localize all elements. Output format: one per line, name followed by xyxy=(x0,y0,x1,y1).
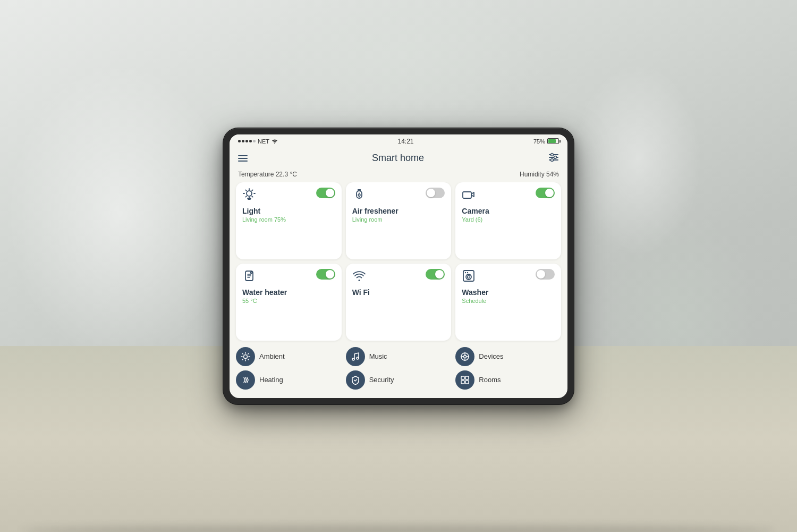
device-grid: Light Living room 75% xyxy=(236,182,561,341)
svg-point-4 xyxy=(554,156,556,158)
rooms-label: Rooms xyxy=(479,376,501,384)
heating-icon-circle xyxy=(236,370,255,390)
status-time: 14:21 xyxy=(397,138,413,145)
wifi-toggle[interactable] xyxy=(426,269,445,280)
security-icon-circle xyxy=(346,370,365,390)
svg-rect-25 xyxy=(465,381,469,384)
menu-line-2 xyxy=(238,158,248,159)
heating-label: Heating xyxy=(259,376,283,384)
air-freshener-toggle[interactable] xyxy=(426,188,445,198)
humidity-label: Humidity 54% xyxy=(520,171,559,178)
device-card-air-freshener[interactable]: Air freshener Living room xyxy=(346,182,452,259)
scene: NET 14:21 75% xyxy=(0,0,797,532)
svg-point-14 xyxy=(468,275,470,278)
card-top-air xyxy=(352,188,445,204)
devices-icon-circle xyxy=(455,347,474,366)
nav-item-music[interactable]: Music xyxy=(346,347,452,366)
status-right: 75% xyxy=(533,138,559,145)
app-content: Light Living room 75% xyxy=(230,182,567,398)
wifi-icon xyxy=(352,269,366,285)
washer-icon xyxy=(462,269,476,285)
svg-point-17 xyxy=(244,354,248,358)
light-sub: Living room 75% xyxy=(242,216,335,223)
app-header: Smart home xyxy=(230,148,567,168)
camera-toggle[interactable] xyxy=(536,188,555,198)
water-heater-toggle-knob xyxy=(326,270,334,278)
light-name: Light xyxy=(242,207,335,215)
battery-pct-label: 75% xyxy=(533,138,545,145)
svg-point-15 xyxy=(465,272,466,273)
battery-fill xyxy=(548,139,556,143)
rooms-icon-circle xyxy=(455,370,474,390)
network-label: NET xyxy=(258,138,269,145)
status-bar: NET 14:21 75% xyxy=(230,134,567,148)
battery-indicator xyxy=(547,138,559,144)
washer-toggle-knob xyxy=(537,270,545,278)
camera-icon xyxy=(462,188,476,204)
devices-label: Devices xyxy=(479,352,503,360)
app-title: Smart home xyxy=(372,153,424,164)
svg-point-6 xyxy=(247,191,252,196)
washer-name: Washer xyxy=(462,288,555,297)
svg-point-11 xyxy=(251,272,252,273)
device-card-light[interactable]: Light Living room 75% xyxy=(236,182,342,259)
svg-point-21 xyxy=(464,355,467,358)
nav-item-devices[interactable]: Devices xyxy=(455,347,561,366)
music-label: Music xyxy=(369,352,387,360)
svg-rect-24 xyxy=(461,381,464,384)
svg-point-19 xyxy=(357,357,359,359)
water-heater-toggle[interactable] xyxy=(316,269,335,280)
air-freshener-toggle-knob xyxy=(427,189,435,197)
svg-point-3 xyxy=(550,153,553,156)
card-top-heater xyxy=(242,269,335,285)
ambient-label: Ambient xyxy=(259,352,285,360)
wifi-toggle-knob xyxy=(435,270,444,278)
signal-dots xyxy=(238,140,256,142)
tablet-screen: NET 14:21 75% xyxy=(230,134,567,398)
tablet-device: NET 14:21 75% xyxy=(223,128,574,404)
water-heater-sub: 55 °C xyxy=(242,298,335,304)
signal-dot-1 xyxy=(238,140,241,142)
nav-item-security[interactable]: Security xyxy=(346,370,452,390)
svg-rect-23 xyxy=(465,376,469,379)
svg-point-18 xyxy=(352,358,354,360)
air-freshener-icon xyxy=(352,188,366,204)
menu-line-1 xyxy=(238,155,248,156)
status-left: NET xyxy=(238,138,278,145)
light-toggle[interactable] xyxy=(316,188,335,198)
tablet-shadow xyxy=(21,526,776,532)
settings-button[interactable] xyxy=(548,153,559,164)
device-card-washer[interactable]: Washer Schedule xyxy=(455,264,561,341)
water-heater-name: Water heater xyxy=(242,288,335,297)
washer-toggle[interactable] xyxy=(536,269,555,280)
signal-dot-5 xyxy=(253,140,256,142)
bottom-nav: Ambient Music xyxy=(236,345,561,392)
svg-point-5 xyxy=(550,158,553,161)
battery-bar xyxy=(547,138,559,144)
menu-line-3 xyxy=(238,161,248,162)
device-card-camera[interactable]: Camera Yard (6) xyxy=(455,182,561,259)
card-top-washer xyxy=(462,269,555,285)
light-toggle-knob xyxy=(326,189,334,197)
sensors-bar: Temperature 22.3 °C Humidity 54% xyxy=(230,168,567,182)
security-label: Security xyxy=(369,376,394,384)
card-top-wifi xyxy=(352,269,445,285)
device-card-water-heater[interactable]: Water heater 55 °C xyxy=(236,264,342,341)
air-freshener-name: Air freshener xyxy=(352,207,445,215)
light-icon xyxy=(242,188,256,204)
camera-toggle-knob xyxy=(545,189,554,197)
signal-dot-2 xyxy=(242,140,244,142)
washer-sub: Schedule xyxy=(462,298,555,304)
menu-button[interactable] xyxy=(238,155,248,162)
camera-sub: Yard (6) xyxy=(462,216,555,223)
temperature-label: Temperature 22.3 °C xyxy=(238,171,297,178)
svg-point-13 xyxy=(466,274,471,280)
signal-dot-3 xyxy=(245,140,248,142)
nav-item-rooms[interactable]: Rooms xyxy=(455,370,561,390)
camera-name: Camera xyxy=(462,207,555,215)
svg-point-16 xyxy=(467,272,468,273)
device-card-wifi[interactable]: Wi Fi xyxy=(346,264,452,341)
nav-item-heating[interactable]: Heating xyxy=(236,370,342,390)
wifi-status-icon xyxy=(272,138,278,145)
nav-item-ambient[interactable]: Ambient xyxy=(236,347,342,366)
